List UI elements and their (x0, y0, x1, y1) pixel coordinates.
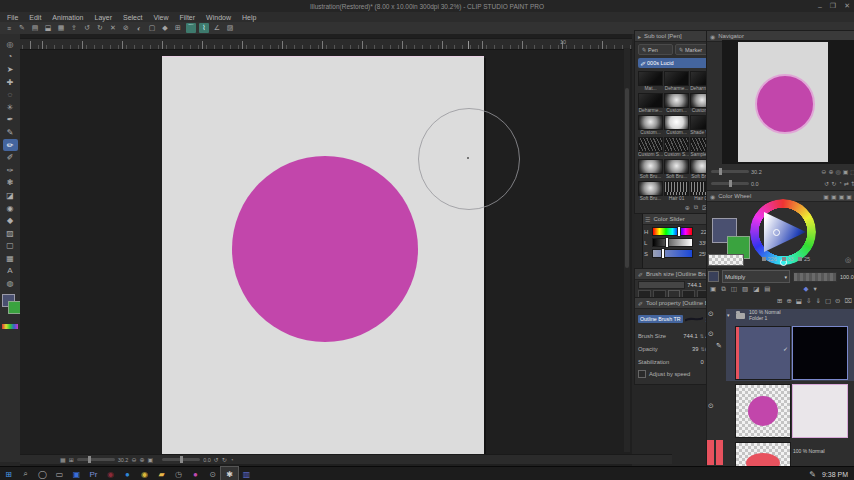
subtool-tab-pen[interactable]: ✎Pen (638, 44, 673, 55)
redo-icon[interactable]: ↻ (95, 23, 105, 33)
layer-opacity-slider[interactable] (793, 272, 837, 282)
start-button[interactable]: ⊞ (0, 467, 17, 480)
paper-layer-thumbnail[interactable] (792, 384, 848, 438)
ruler-icon[interactable]: ▨ (225, 23, 235, 33)
menu-item[interactable]: Filter (180, 14, 196, 21)
brush-item[interactable]: Custom... (664, 93, 689, 114)
blue-layer-thumbnail[interactable] (735, 326, 791, 380)
layer-color-icon[interactable]: ◆ (803, 285, 808, 293)
new-raster-layer-icon[interactable]: ⊞ (777, 297, 782, 305)
clip-studio-icon[interactable]: ● (187, 467, 204, 480)
navigator-zoom-slider[interactable] (711, 170, 749, 173)
slider-track[interactable] (652, 238, 694, 247)
brush-item[interactable]: Soft Bru... (664, 159, 689, 180)
tool-brush[interactable]: ✐ (3, 151, 18, 164)
sv-marker[interactable] (773, 229, 780, 236)
transfer-layer-icon[interactable]: ⇩ (806, 297, 811, 305)
tool-fill[interactable]: ◆ (3, 214, 18, 227)
rotate-right-icon[interactable]: ↻ (222, 456, 227, 463)
brush-item[interactable]: Soft Bru... (638, 159, 663, 180)
lock-transparent-icon[interactable]: ▨ (742, 285, 748, 293)
tool-selection[interactable]: ◌ (3, 88, 18, 101)
main-menu-icon[interactable]: ≡ (4, 23, 14, 33)
fit-screen-icon[interactable]: ▣ (147, 456, 153, 463)
tool-frame-border[interactable]: ▦ (3, 252, 18, 265)
layer-visibility-eye-icon[interactable]: ⊙ (708, 402, 714, 410)
wheel-tab-icon[interactable]: ▣ (823, 193, 829, 200)
chrome-browser-icon[interactable]: ◉ (136, 467, 153, 480)
slider-track[interactable] (652, 249, 694, 258)
folder-name-label[interactable]: Folder 1 (749, 315, 767, 321)
nav-full-icon[interactable]: ⬚ (850, 168, 854, 175)
opacity-field[interactable]: Opacity 39 ⇅ ◉ (635, 342, 713, 355)
color-mode-toggle-icon[interactable]: ◎ (845, 256, 851, 264)
rotate-left-icon[interactable]: ↺ (214, 456, 219, 463)
wheel-tab-icon[interactable]: ▣ (831, 193, 837, 200)
camera-app-icon[interactable]: ⊙ (204, 467, 221, 480)
settings-gear-icon[interactable]: ✱ (221, 467, 238, 480)
menu-item[interactable]: View (153, 14, 168, 21)
menu-item[interactable]: Select (123, 14, 142, 21)
tool-auto-select[interactable]: ✳ (3, 101, 18, 114)
save-icon[interactable]: ▦ (56, 23, 66, 33)
search-icon[interactable]: ⌕ (17, 467, 34, 480)
tool-pencil[interactable]: ✏ (3, 139, 18, 152)
transparent-color-swatch[interactable] (708, 254, 744, 266)
brush-item[interactable]: Deharme... (664, 71, 689, 92)
brush-item[interactable]: Deharme... (638, 93, 663, 114)
tool-gradient[interactable]: ▨ (3, 227, 18, 240)
deselect-icon[interactable]: ⊘ (121, 23, 131, 33)
brush-item[interactable]: Custom S... (664, 137, 689, 158)
saturation-slider[interactable]: S 25% (642, 247, 713, 258)
tool-move-layer[interactable]: ✚ (3, 76, 18, 89)
canvas-area[interactable]: 10 ▦ ⊞ 30.2 ⊖ ⊕ ▣ 0.0 ↺ ↻ ◔ (20, 34, 632, 466)
status-zoom-slider[interactable] (77, 458, 115, 461)
subtool-tab-marker[interactable]: ✎Marker (675, 44, 710, 55)
menu-item[interactable]: Edit (29, 14, 41, 21)
brush-size-slider[interactable] (638, 281, 685, 289)
navigator-rotate-slider[interactable] (711, 182, 749, 185)
folder-expand-chevron[interactable]: ▾ (727, 312, 730, 318)
tool-airbrush[interactable]: ✑ (3, 164, 18, 177)
delete-icon[interactable]: ✕ (108, 23, 118, 33)
taskbar-clock[interactable]: 9:38 PM (822, 471, 848, 478)
brush-item[interactable]: Custom S... (638, 137, 663, 158)
add-subtool-icon[interactable]: ⊕ (685, 204, 690, 211)
tool-figure[interactable]: ▢ (3, 240, 18, 253)
canvas-page[interactable] (162, 56, 484, 459)
nav-flip-h-icon[interactable]: ⇄ (844, 180, 849, 187)
snap-to-ruler-icon[interactable]: ⌒ (186, 23, 196, 33)
nav-rotate-left-icon[interactable]: ↺ (824, 180, 829, 187)
task-view-icon[interactable]: ▭ (51, 467, 68, 480)
nav-reset-rotate-icon[interactable]: ◔ (838, 180, 842, 187)
menu-item[interactable]: File (7, 14, 18, 21)
selected-brush-tip[interactable]: Outline Brush TR (638, 315, 683, 323)
tool-pen[interactable]: ✎ (3, 126, 18, 139)
maximize-button[interactable]: ❐ (830, 2, 836, 10)
layer-mask-icon[interactable]: ▢ (825, 297, 831, 305)
red-layer-thumbnail[interactable] (735, 442, 791, 467)
snap-to-special-ruler-icon[interactable]: ⌇ (199, 23, 209, 33)
invert-selection-icon[interactable]: ◐ (134, 23, 144, 33)
menu-item[interactable]: Help (242, 14, 256, 21)
premiere-app-icon[interactable]: Pr (85, 467, 102, 480)
hue-slider[interactable]: H 226 (642, 225, 713, 236)
adjust-by-speed-row[interactable]: Adjust by speed (635, 368, 713, 379)
clip-to-layer-icon[interactable]: ⧉ (721, 285, 726, 293)
delete-layer-icon[interactable]: ⌧ (845, 297, 853, 305)
layer-color-tag-bar[interactable] (707, 440, 714, 465)
lock-layer-icon[interactable]: ◫ (731, 285, 737, 293)
status-pixel-icon[interactable]: ⊞ (69, 456, 74, 463)
selection-border-icon[interactable]: ▢ (147, 23, 157, 33)
status-rotate-slider[interactable] (162, 458, 200, 461)
tool-rotate-canvas[interactable]: ◔ (3, 51, 18, 64)
checkbox[interactable] (638, 370, 646, 378)
tool-operation[interactable]: ➤ (3, 63, 18, 76)
stabilization-field[interactable]: Stabilization 0 ⇅ (635, 355, 713, 368)
luminosity-slider[interactable]: L 33% (642, 236, 713, 247)
subtool-selected-item[interactable]: ✐ 000s Lucid (638, 58, 710, 68)
close-button[interactable]: ✕ (844, 2, 850, 10)
export-icon[interactable]: ⇪ (69, 23, 79, 33)
tool-text[interactable]: A (3, 265, 18, 278)
nav-fit-icon[interactable]: ◎ (835, 168, 840, 175)
